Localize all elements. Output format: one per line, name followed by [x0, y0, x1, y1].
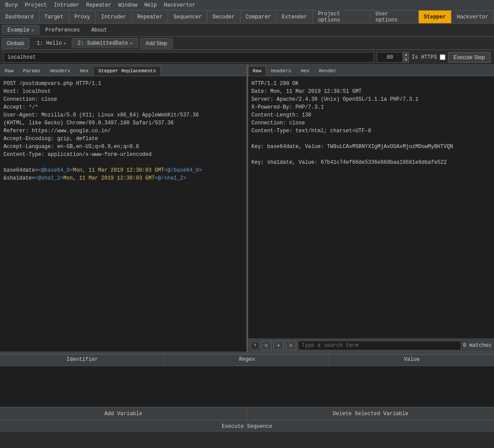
main-area: Raw Params Headers Hex Stepper Replaceme…	[0, 65, 494, 420]
menu-window[interactable]: Window	[115, 1, 140, 9]
nav-tab-dashboard[interactable]: Dashboard	[0, 11, 39, 23]
step-tabs-bar: Globals 1: Hello ✕ 2: SubmittedDate ✕ Ad…	[0, 37, 494, 50]
execute-step-button[interactable]: Execute Step	[448, 52, 490, 63]
menu-repeater[interactable]: Repeater	[83, 1, 115, 9]
search-plus-button[interactable]: +	[273, 341, 284, 350]
sub-tab-about[interactable]: About	[86, 25, 113, 35]
delete-variable-button[interactable]: Delete Selected Variable	[247, 407, 494, 420]
port-area: ▲ ▼	[377, 52, 409, 63]
left-tab-headers[interactable]: Headers	[45, 66, 75, 76]
host-input[interactable]	[4, 52, 374, 63]
execute-sequence-bar[interactable]: Execute Sequence	[0, 420, 494, 432]
nav-tab-proxy[interactable]: Proxy	[69, 11, 96, 23]
editor-panels: Raw Params Headers Hex Stepper Replaceme…	[0, 65, 494, 352]
search-matches-label: 0 matches	[463, 342, 491, 349]
menu-intruder[interactable]: Intruder	[50, 1, 83, 9]
nav-tab-intruder[interactable]: Intruder	[96, 11, 132, 23]
nav-tab-project-options[interactable]: Project options	[313, 11, 371, 23]
variables-section: Identifier Regex Value	[0, 354, 494, 407]
column-regex: Regex	[165, 355, 330, 366]
left-tab-stepper-replacements[interactable]: Stepper Replacements	[93, 66, 161, 76]
step-tab-submitteddate[interactable]: 2: SubmittedDate ✕	[72, 38, 138, 49]
bottom-buttons: Add Variable Delete Selected Variable	[0, 407, 494, 420]
step-tab-hello-label: 1: Hello	[37, 40, 62, 46]
left-tab-hex[interactable]: Hex	[75, 66, 94, 76]
left-panel: Raw Params Headers Hex Stepper Replaceme…	[0, 65, 248, 352]
column-identifier: Identifier	[0, 355, 165, 366]
left-tab-params[interactable]: Params	[18, 66, 46, 76]
step-tab-hello-close[interactable]: ✕	[63, 41, 66, 46]
search-input[interactable]	[298, 341, 462, 350]
left-editor-tabs: Raw Params Headers Hex Stepper Replaceme…	[0, 65, 246, 76]
menu-project[interactable]: Project	[21, 1, 50, 9]
nav-tab-comparer[interactable]: Comparer	[241, 11, 277, 23]
right-tab-hex[interactable]: Hex	[296, 66, 315, 76]
main-nav-bar: Dashboard Target Proxy Intruder Repeater…	[0, 11, 494, 24]
sub-tab-preferences-label: Preferences	[45, 27, 80, 33]
right-editor-tabs: Raw Headers Hex Render	[248, 65, 494, 76]
https-checkbox[interactable]	[440, 54, 445, 60]
add-variable-button[interactable]: Add Variable	[0, 407, 247, 420]
sub-tab-example-label: Example	[7, 27, 29, 33]
nav-tab-stepper[interactable]: Stepper	[419, 11, 452, 23]
search-bar: ? < + > 0 matches	[248, 339, 494, 352]
step-tab-submitteddate-close[interactable]: ✕	[130, 41, 133, 46]
menu-hackvertor[interactable]: Hackvertor	[160, 1, 199, 9]
nav-tab-extender[interactable]: Extender	[277, 11, 313, 23]
step-tab-hello[interactable]: 1: Hello ✕	[31, 38, 72, 49]
port-spinner: ▲ ▼	[403, 52, 409, 63]
right-code-area[interactable]: HTTP/1.1 200 OK Date: Mon, 11 Mar 2019 1…	[248, 76, 494, 339]
column-value: Value	[329, 355, 494, 366]
nav-tab-user-options[interactable]: User options	[370, 11, 418, 23]
menu-burp[interactable]: Burp	[2, 1, 21, 9]
add-step-button[interactable]: Add Step	[140, 38, 173, 49]
sub-tab-example-close[interactable]: ✕	[31, 28, 34, 33]
address-bar: ▲ ▼ Is HTTPS Execute Step	[0, 50, 494, 65]
nav-tab-target[interactable]: Target	[39, 11, 69, 23]
menu-bar: Burp Project Intruder Repeater Window He…	[0, 0, 494, 11]
right-tab-headers[interactable]: Headers	[266, 66, 296, 76]
search-next-button[interactable]: >	[286, 341, 296, 350]
sub-tab-about-label: About	[91, 27, 107, 33]
port-down-button[interactable]: ▼	[403, 57, 409, 63]
port-input[interactable]	[377, 52, 403, 63]
sub-nav-bar: Example ✕ Preferences About	[0, 24, 494, 37]
nav-tab-sequencer[interactable]: Sequencer	[168, 11, 207, 23]
sub-tab-example[interactable]: Example ✕	[2, 25, 39, 35]
variables-table-body	[0, 366, 494, 407]
https-label: Is HTTPS	[412, 54, 437, 60]
left-code-area[interactable]: POST /postdumpvars.php HTTP/1.1 Host: lo…	[0, 76, 246, 352]
nav-tab-decoder[interactable]: Decoder	[207, 11, 240, 23]
sub-tab-preferences[interactable]: Preferences	[39, 25, 85, 35]
menu-help[interactable]: Help	[141, 1, 161, 9]
right-tab-raw[interactable]: Raw	[248, 66, 266, 76]
search-help-button[interactable]: ?	[251, 341, 259, 350]
left-tab-raw[interactable]: Raw	[0, 66, 18, 76]
variables-table-header: Identifier Regex Value	[0, 355, 494, 366]
search-prev-button[interactable]: <	[261, 341, 272, 350]
step-tab-submitteddate-label: 2: SubmittedDate	[77, 40, 128, 46]
right-panel: Raw Headers Hex Render HTTP/1.1 200 OK D…	[248, 65, 494, 352]
globals-tab[interactable]: Globals	[2, 38, 29, 49]
port-up-button[interactable]: ▲	[403, 52, 409, 57]
execute-sequence-label: Execute Sequence	[222, 423, 272, 430]
right-tab-render[interactable]: Render	[314, 66, 341, 76]
nav-tab-repeater[interactable]: Repeater	[132, 11, 168, 23]
nav-tab-hackvertor[interactable]: Hackvertor	[452, 11, 494, 23]
